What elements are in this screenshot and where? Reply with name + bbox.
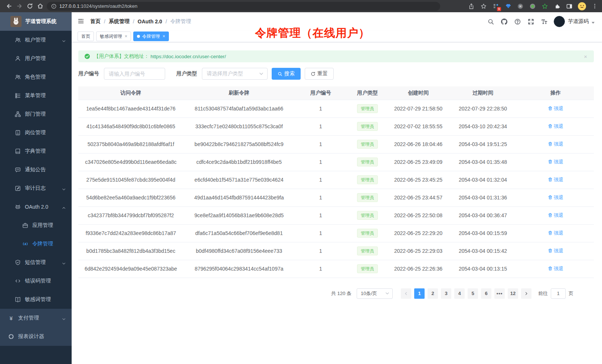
page-button-4[interactable]: 4 [454, 288, 465, 299]
table-row: 1ea5e44f8bc1467aaede43144f31de76 811c530… [78, 100, 594, 118]
sidebar-item-oauth[interactable]: OAuth 2.0 [0, 198, 72, 216]
force-logout-button[interactable]: 强退 [548, 176, 563, 183]
next-page-button[interactable] [521, 288, 531, 299]
svg-text:⌘: ⌘ [519, 5, 522, 8]
browser-reload-icon[interactable] [24, 1, 35, 11]
force-logout-button[interactable]: 强退 [548, 248, 563, 254]
breadcrumb: 首页 / 系统管理 / OAuth 2.0 / 令牌管理 [90, 18, 191, 25]
force-logout-button[interactable]: 强退 [548, 123, 563, 130]
user-type-select[interactable]: 请选择用户类型 [202, 68, 268, 80]
page-button-6[interactable]: 6 [481, 288, 491, 299]
extension-command-icon[interactable]: ⌘ [517, 3, 524, 10]
sidebar-item-notice[interactable]: 通知公告 [0, 161, 72, 179]
breadcrumb-oauth[interactable]: OAuth 2.0 [138, 19, 162, 24]
github-icon[interactable] [500, 18, 508, 25]
tab-sensitive[interactable]: 敏感词管理× [96, 32, 131, 41]
browser-home-icon[interactable] [35, 1, 45, 11]
more-pages-button[interactable]: ••• [494, 288, 505, 299]
bookmark-star-icon[interactable] [480, 3, 487, 10]
prev-page-button[interactable] [401, 288, 411, 299]
user-type-tag: 管理员 [357, 229, 378, 238]
page-size-select[interactable]: 10条/页 [357, 288, 393, 299]
doc-link[interactable]: https://doc.iocoder.cn/user-center/ [151, 54, 226, 59]
breadcrumb-home[interactable]: 首页 [90, 18, 101, 25]
tab-home[interactable]: 首页 [78, 32, 94, 41]
extension-sidepanel-icon[interactable] [566, 3, 573, 10]
user-id-cell: 1 [295, 206, 347, 224]
search-icon[interactable] [487, 18, 494, 25]
refresh-token-cell: b0df4980ffd34c67a08f9156e4eee733 [183, 242, 295, 260]
expire-time-cell: 2054-03-04 00:15:42 [448, 242, 517, 260]
share-icon[interactable] [468, 3, 475, 10]
close-icon[interactable]: × [163, 34, 165, 39]
url-text: 127.0.0.1:1024/system/oauth2/token [59, 3, 137, 9]
expire-time-cell: 2054-03-04 00:15:59 [448, 224, 517, 242]
sidebar-item-audit[interactable]: 审计日志 [0, 179, 72, 198]
extension-gem-icon[interactable] [504, 3, 512, 10]
sidebar-item-report[interactable]: 报表设计器 [0, 327, 72, 346]
profile-avatar[interactable] [578, 2, 586, 10]
alert-close-icon[interactable]: × [584, 54, 587, 59]
access-token-cell: f9336e7c7dd242a283ee98dc86b17a87 [78, 224, 183, 242]
chevron-down-icon [385, 291, 389, 295]
user-type-tag: 管理员 [357, 104, 378, 113]
force-logout-button[interactable]: 强退 [548, 159, 563, 165]
extension-record-icon[interactable] [529, 3, 536, 10]
sidebar-item-menu[interactable]: 菜单管理 [0, 86, 72, 105]
browser-forward-icon[interactable] [14, 1, 24, 11]
sidebar-item-role[interactable]: 角色管理 [0, 68, 72, 86]
user-menu[interactable]: 芋道源码 [554, 16, 595, 27]
force-logout-button[interactable]: 强退 [548, 141, 563, 148]
sidebar-item-user[interactable]: 用户管理 [0, 49, 72, 68]
browser-back-icon[interactable] [4, 1, 14, 11]
page-button-3[interactable]: 3 [441, 288, 451, 299]
tab-token[interactable]: 令牌管理× [133, 32, 169, 41]
user-id-cell: 1 [295, 118, 347, 135]
total-count: 共 120 条 [331, 290, 351, 297]
extension-wallet-icon[interactable]: 9 [492, 3, 500, 10]
expire-time-cell: 2022-07-29 22:28:50 [448, 100, 517, 118]
force-logout-button[interactable]: 强退 [548, 105, 563, 112]
message-icon [15, 167, 21, 173]
browser-menu-icon[interactable] [591, 3, 598, 10]
page-button-2[interactable]: 2 [428, 288, 438, 299]
extension-puzzle-icon[interactable] [553, 3, 561, 10]
page-button-1[interactable]: 1 [414, 288, 425, 299]
force-logout-button[interactable]: 强退 [548, 230, 563, 236]
sidebar-item-post[interactable]: 岗位管理 [0, 123, 72, 142]
sidebar-item-sms[interactable]: 短信管理 [0, 253, 72, 272]
font-size-icon[interactable] [540, 18, 548, 25]
sidebar-item-tenant[interactable]: 租户管理 [0, 31, 72, 49]
force-logout-button[interactable]: 强退 [548, 212, 563, 219]
force-logout-button[interactable]: 强退 [548, 194, 563, 201]
page-button-5[interactable]: 5 [468, 288, 478, 299]
extension-star-icon[interactable] [541, 3, 549, 10]
page-button-12[interactable]: 12 [508, 288, 518, 299]
sidebar-collapse-icon[interactable] [78, 18, 84, 26]
chevron-down-icon [62, 38, 66, 42]
sidebar-item-errcode[interactable]: 错误码管理 [0, 272, 72, 290]
fullscreen-icon[interactable] [527, 18, 534, 25]
reset-button[interactable]: 重置 [305, 68, 334, 80]
goto-page-input[interactable] [551, 288, 566, 299]
search-button[interactable]: 搜索 [272, 68, 301, 80]
force-logout-button[interactable]: 强退 [548, 265, 563, 272]
help-icon[interactable] [514, 18, 521, 25]
chevron-down-icon [62, 186, 66, 190]
expire-time-cell: 2054-03-04 01:35:48 [448, 153, 517, 171]
user-id-input[interactable] [104, 68, 165, 80]
close-icon[interactable]: × [125, 34, 127, 39]
access-token-cell: 502375b8040a469a9b82188afdf6af1f [78, 135, 183, 153]
sidebar-item-dept[interactable]: 部门管理 [0, 105, 72, 123]
user-type-tag: 管理员 [357, 193, 378, 202]
breadcrumb-system[interactable]: 系统管理 [109, 18, 130, 25]
sidebar-item-sensitive[interactable]: 敏感词管理 [0, 290, 72, 309]
address-bar[interactable]: 127.0.0.1:1024/system/oauth2/token [47, 2, 440, 11]
user-type-tag: 管理员 [357, 175, 378, 184]
created-time-cell: 2022-07-29 21:58:50 [388, 100, 448, 118]
sidebar-item-oauth-token[interactable]: 令牌管理 [0, 235, 72, 253]
user-type-label: 用户类型 [176, 70, 197, 77]
sidebar-item-dict[interactable]: 字典管理 [0, 142, 72, 161]
sidebar-item-pay[interactable]: ¥ 支付管理 [0, 309, 72, 327]
sidebar-item-oauth-app[interactable]: 应用管理 [0, 216, 72, 235]
